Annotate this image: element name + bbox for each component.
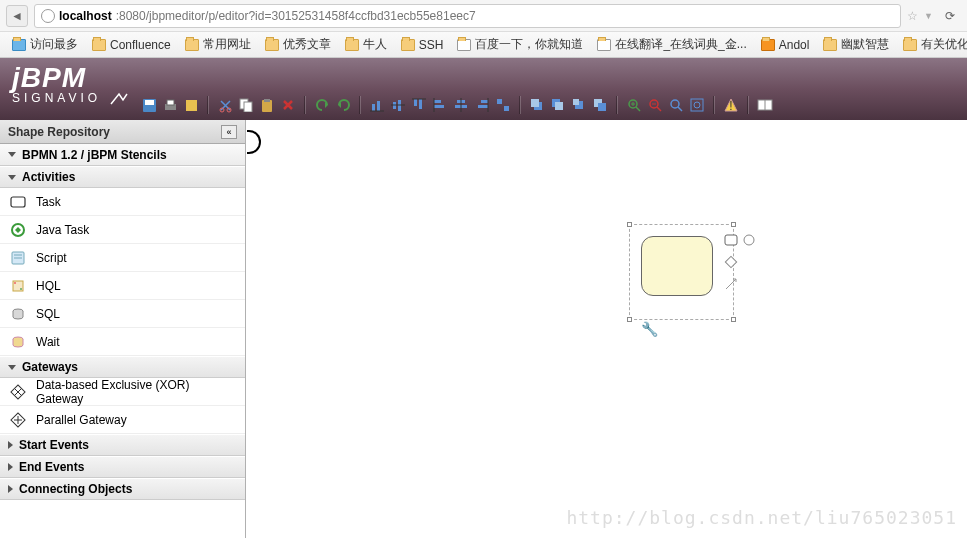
- svg-line-44: [657, 107, 661, 111]
- task-shape[interactable]: [641, 236, 713, 296]
- separator: [519, 96, 521, 114]
- bookmark-item[interactable]: 牛人: [339, 34, 393, 55]
- canvas[interactable]: 🔧 http://blog.csdn.net/liu765023051: [246, 120, 967, 538]
- svg-rect-29: [497, 99, 502, 104]
- delete-button[interactable]: [279, 96, 297, 114]
- copy-button[interactable]: [237, 96, 255, 114]
- chevron-down-icon: [8, 175, 16, 180]
- zoom-reset-button[interactable]: [667, 96, 685, 114]
- zoom-in-button[interactable]: [625, 96, 643, 114]
- bookmark-item[interactable]: Andol: [755, 36, 816, 54]
- redo-button[interactable]: [334, 96, 352, 114]
- bookmark-item[interactable]: SSH: [395, 36, 450, 54]
- bookmark-label: 百度一下，你就知道: [475, 36, 583, 53]
- save-button[interactable]: [140, 96, 158, 114]
- separator: [304, 96, 306, 114]
- stencil-item[interactable]: Task: [0, 188, 245, 216]
- bookmark-label: 幽默智慧: [841, 36, 889, 53]
- globe-icon: [41, 9, 55, 23]
- bookmark-item[interactable]: Confluence: [86, 36, 177, 54]
- bookmark-item[interactable]: 有关优化: [897, 34, 967, 55]
- stencil-label: Java Task: [36, 223, 89, 237]
- stencil-set-header[interactable]: BPMN 1.2 / jBPM Stencils: [0, 144, 245, 166]
- align-center-button[interactable]: [452, 96, 470, 114]
- url-bar[interactable]: localhost:8080/jbpmeditor/p/editor?id=30…: [34, 4, 901, 28]
- zorder-front-button[interactable]: [528, 96, 546, 114]
- end-event-fragment[interactable]: [247, 130, 261, 154]
- group-header[interactable]: Start Events: [0, 434, 245, 456]
- wrench-icon[interactable]: 🔧: [641, 321, 658, 337]
- bookmark-item[interactable]: 常用网址: [179, 34, 257, 55]
- bookmark-item[interactable]: 在线翻译_在线词典_金...: [591, 34, 752, 55]
- bookmark-item[interactable]: 百度一下，你就知道: [451, 34, 589, 55]
- context-event-icon[interactable]: [742, 233, 756, 247]
- zoom-fit-button[interactable]: [688, 96, 706, 114]
- group-label: Start Events: [19, 438, 89, 452]
- stencil-item[interactable]: SQL: [0, 300, 245, 328]
- main-area: Shape Repository « BPMN 1.2 / jBPM Stenc…: [0, 120, 967, 538]
- export-button[interactable]: [182, 96, 200, 114]
- context-gateway-icon[interactable]: [724, 255, 738, 269]
- bookmark-icon: [12, 39, 26, 51]
- align-top-button[interactable]: [410, 96, 428, 114]
- svg-line-47: [678, 107, 682, 111]
- zorder-backward-button[interactable]: [591, 96, 609, 114]
- bookmark-item[interactable]: 幽默智慧: [817, 34, 895, 55]
- svg-rect-20: [434, 100, 441, 103]
- bookmark-item[interactable]: 优秀文章: [259, 34, 337, 55]
- cut-button[interactable]: [216, 96, 234, 114]
- collapse-button[interactable]: «: [221, 125, 237, 139]
- svg-point-66: [744, 235, 754, 245]
- dropdown-icon[interactable]: ▼: [924, 11, 933, 21]
- bookmark-item[interactable]: 访问最多: [6, 34, 84, 55]
- context-connector-icon[interactable]: [724, 277, 738, 291]
- group-header[interactable]: Connecting Objects: [0, 478, 245, 500]
- resize-handle-se[interactable]: [731, 317, 736, 322]
- svg-rect-30: [504, 106, 509, 111]
- url-host: localhost: [59, 9, 112, 23]
- validate-button[interactable]: !: [722, 96, 740, 114]
- stencil-item[interactable]: Parallel Gateway: [0, 406, 245, 434]
- stencil-item[interactable]: Java Task: [0, 216, 245, 244]
- group-header[interactable]: Gateways: [0, 356, 245, 378]
- resize-handle-nw[interactable]: [627, 222, 632, 227]
- stencil-item[interactable]: HQL: [0, 272, 245, 300]
- task-icon: [10, 194, 26, 210]
- zoom-out-button[interactable]: [646, 96, 664, 114]
- stencil-label: Wait: [36, 335, 60, 349]
- back-button[interactable]: ◄: [6, 5, 28, 27]
- stencil-item[interactable]: Script: [0, 244, 245, 272]
- align-right-button[interactable]: [473, 96, 491, 114]
- svg-rect-18: [419, 99, 422, 109]
- resize-handle-sw[interactable]: [627, 317, 632, 322]
- group-header[interactable]: Activities: [0, 166, 245, 188]
- zorder-forward-button[interactable]: [570, 96, 588, 114]
- help-button[interactable]: [756, 96, 774, 114]
- align-middle-button[interactable]: [389, 96, 407, 114]
- app-header: jBPM SIGNAVIO !: [0, 58, 967, 120]
- separator: [207, 96, 209, 114]
- svg-rect-32: [531, 99, 539, 107]
- svg-rect-26: [481, 100, 488, 103]
- chevron-right-icon: [8, 441, 13, 449]
- zorder-back-button[interactable]: [549, 96, 567, 114]
- group-header[interactable]: End Events: [0, 456, 245, 478]
- svg-point-59: [14, 282, 16, 284]
- print-button[interactable]: [161, 96, 179, 114]
- align-left-button[interactable]: [431, 96, 449, 114]
- bookmark-label: Confluence: [110, 38, 171, 52]
- svg-rect-11: [372, 104, 375, 111]
- stencil-item[interactable]: Wait: [0, 328, 245, 356]
- stencil-label: Data-based Exclusive (XOR) Gateway: [36, 378, 235, 406]
- context-task-icon[interactable]: [724, 233, 738, 247]
- align-bottom-button[interactable]: [368, 96, 386, 114]
- group-label: Gateways: [22, 360, 78, 374]
- bookmark-star-icon[interactable]: ☆: [907, 9, 918, 23]
- paste-button[interactable]: [258, 96, 276, 114]
- bookmark-icon: [597, 39, 611, 51]
- align-size-button[interactable]: [494, 96, 512, 114]
- resize-handle-ne[interactable]: [731, 222, 736, 227]
- reload-button[interactable]: ⟳: [939, 5, 961, 27]
- undo-button[interactable]: [313, 96, 331, 114]
- stencil-item[interactable]: Data-based Exclusive (XOR) Gateway: [0, 378, 245, 406]
